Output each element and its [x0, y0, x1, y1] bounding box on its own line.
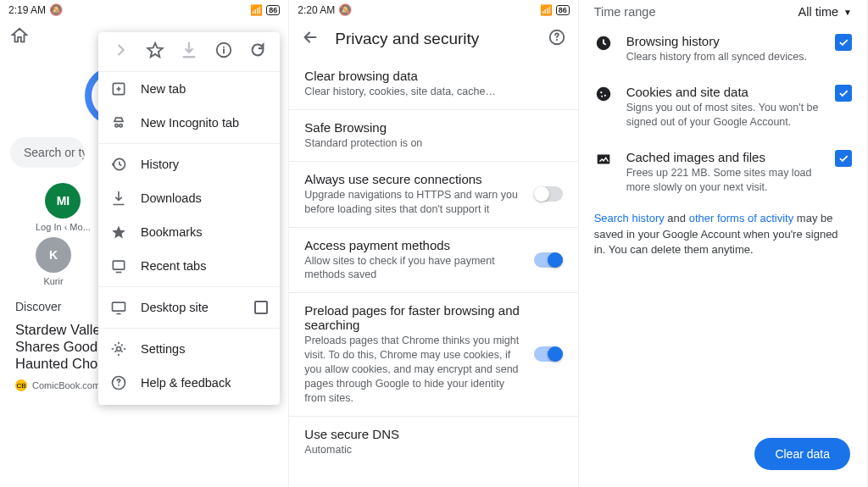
menu-new-tab[interactable]: New tab [98, 72, 280, 106]
checkbox-cached[interactable] [835, 150, 852, 167]
svg-point-11 [604, 95, 605, 97]
menu-incognito[interactable]: New Incognito tab [98, 106, 280, 140]
setting-secure-dns[interactable]: Use secure DNSAutomatic [289, 417, 577, 468]
activity-note: Search history and other forms of activi… [579, 204, 867, 264]
search-input[interactable]: Search or type [10, 137, 85, 168]
toggle-preload[interactable] [534, 346, 563, 362]
svg-point-10 [600, 91, 602, 93]
overflow-menu: New tab New Incognito tab History Downlo… [98, 32, 280, 405]
back-icon[interactable] [301, 28, 320, 50]
source-badge-icon: CB [15, 379, 27, 391]
svg-rect-3 [113, 261, 124, 269]
setting-payment-methods[interactable]: Access payment methodsAllow sites to che… [289, 228, 577, 294]
signal-icon: 📶 [540, 4, 553, 16]
dnd-icon: 🔕 [338, 3, 352, 16]
tile-label: Log In ‹ Mo... [36, 222, 91, 232]
reload-icon[interactable] [248, 41, 267, 63]
menu-bookmarks[interactable]: Bookmarks [98, 215, 280, 249]
tile-icon: MI [45, 183, 81, 219]
setting-preload-pages[interactable]: Preload pages for faster browsing and se… [289, 293, 577, 416]
status-time: 2:20 AM [298, 4, 335, 16]
download-icon [180, 41, 198, 63]
search-history-link[interactable]: Search history [594, 212, 665, 224]
time-range-value: All time [798, 5, 839, 19]
svg-rect-13 [597, 154, 609, 163]
setting-clear-browsing-data[interactable]: Clear browsing dataClear history, cookie… [289, 58, 577, 110]
checkbox-browsing-history[interactable] [835, 34, 852, 51]
tile-icon: K [36, 237, 71, 273]
info-icon[interactable] [214, 41, 233, 63]
battery-indicator: 86 [556, 5, 570, 15]
svg-point-5 [117, 347, 121, 351]
signal-icon: 📶 [250, 4, 263, 16]
toggle-secure-connections[interactable] [534, 186, 563, 202]
checkbox-cookies[interactable] [835, 85, 852, 102]
status-time: 2:19 AM [8, 4, 46, 16]
menu-recent-tabs[interactable]: Recent tabs [98, 249, 280, 283]
menu-desktop-site[interactable]: Desktop site [98, 291, 280, 324]
clear-browsing-data-panel: Time range All time▼ Browsing historyCle… [579, 0, 868, 487]
time-range-label: Time range [594, 5, 656, 19]
dnd-icon: 🔕 [49, 3, 63, 16]
svg-point-9 [596, 87, 610, 102]
menu-downloads[interactable]: Downloads [98, 181, 280, 215]
cbd-browsing-history[interactable]: Browsing historyClears history from all … [579, 24, 867, 75]
settings-header: Privacy and security [289, 19, 577, 58]
tile-label: Kurir [43, 276, 63, 286]
privacy-settings-panel: 2:20 AM 🔕 📶 86 Privacy and security Clea… [289, 0, 578, 487]
shortcut-tile[interactable]: K Kurir [36, 237, 71, 286]
battery-indicator: 86 [266, 5, 280, 15]
cbd-cookies[interactable]: Cookies and site dataSigns you out of mo… [579, 75, 867, 140]
other-activity-link[interactable]: other forms of activity [689, 212, 794, 224]
svg-point-12 [601, 96, 603, 97]
cbd-cached[interactable]: Cached images and filesFrees up 221 MB. … [579, 140, 867, 205]
dropdown-icon: ▼ [843, 8, 852, 17]
home-with-menu-panel: 2:19 AM 🔕 📶 86 Search or type MI Log In … [0, 0, 289, 487]
menu-settings[interactable]: Settings [98, 332, 280, 366]
svg-rect-4 [113, 302, 125, 311]
shortcut-tile[interactable]: MI Log In ‹ Mo... [36, 183, 91, 232]
menu-history[interactable]: History [98, 147, 280, 181]
clear-data-button[interactable]: Clear data [754, 438, 850, 470]
toggle-payment-methods[interactable] [534, 252, 563, 268]
desktop-site-checkbox[interactable] [254, 301, 268, 314]
bookmark-star-icon[interactable] [146, 41, 164, 63]
image-icon [594, 150, 613, 172]
clock-icon [594, 34, 613, 56]
status-bar: 2:19 AM 🔕 📶 86 [0, 0, 288, 19]
status-bar: 2:20 AM 🔕 📶 86 [289, 0, 577, 19]
time-range-selector[interactable]: Time range All time▼ [579, 0, 867, 24]
menu-help[interactable]: Help & feedback [98, 366, 280, 400]
help-icon[interactable] [548, 28, 566, 50]
forward-icon [111, 41, 130, 63]
setting-secure-connections[interactable]: Always use secure connectionsUpgrade nav… [289, 162, 577, 228]
page-title: Privacy and security [335, 30, 531, 48]
setting-safe-browsing[interactable]: Safe BrowsingStandard protection is on [289, 110, 577, 162]
cookie-icon [594, 85, 613, 107]
